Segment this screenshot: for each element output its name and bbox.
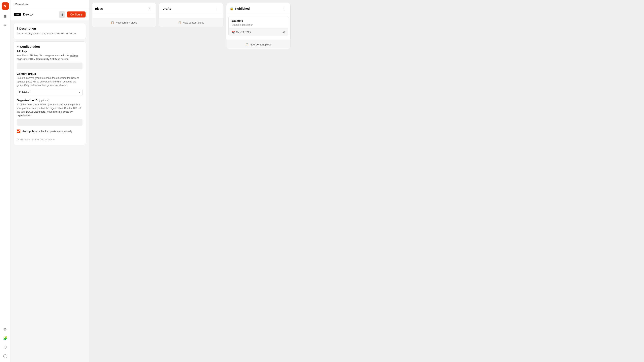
column-body-published: Example Example description 📅 May 24, 20… — [226, 14, 290, 40]
sidebar: ‹ Extensions DEV Dev.to 🗑 Configure ℹ De… — [10, 0, 89, 362]
hexagon-icon[interactable]: ⬡ — [2, 344, 9, 351]
column-drafts: Drafts ⋮ 📋 New content piece — [159, 3, 224, 27]
api-key-desc: Your Dev.to API key. You can generate on… — [17, 54, 82, 61]
info-icon: ℹ — [17, 26, 18, 30]
content-group-select[interactable]: Published Drafts Ideas — [17, 89, 82, 96]
column-menu-published[interactable]: ⋮ — [281, 6, 287, 11]
org-id-desc-after: , when — [46, 110, 53, 113]
lock-icon: 🔒 — [230, 7, 234, 10]
new-content-icon-drafts: 📋 — [178, 21, 181, 24]
config-section: API key Your Dev.to API key. You can gen… — [17, 50, 82, 142]
column-ideas: Ideas ⋮ 📋 New content piece — [92, 3, 156, 27]
column-title-drafts: Drafts — [162, 7, 171, 10]
api-key-field: API key Your Dev.to API key. You can gen… — [17, 50, 82, 69]
new-content-label-drafts: New content piece — [183, 21, 204, 24]
auto-publish-checkbox[interactable] — [17, 129, 20, 133]
column-body-drafts — [159, 14, 223, 18]
columns-container: Ideas ⋮ 📋 New content piece Drafts ⋮ 📋 N… — [89, 0, 644, 362]
pencil-nav-icon[interactable]: ✏ — [2, 22, 9, 29]
user-icon[interactable]: ◯ — [2, 352, 9, 360]
icon-bar: V ⊞ ✏ ⚙ 🧩 ⬡ ◯ — [0, 0, 10, 362]
content-card-title: Example — [232, 19, 285, 22]
column-body-ideas — [92, 14, 156, 18]
column-title-text-drafts: Drafts — [162, 7, 171, 10]
content-group-field: Content group Select a content group to … — [17, 72, 82, 96]
description-title-text: Description — [19, 27, 36, 30]
dev-badge: DEV — [14, 13, 21, 16]
extension-title-row: DEV Dev.to 🗑 Configure — [10, 9, 89, 20]
organization-id-input[interactable] — [17, 119, 82, 126]
grid-nav-icon[interactable]: ⊞ — [2, 13, 9, 20]
column-title-ideas: Ideas — [95, 7, 103, 10]
configuration-card: ≡ Configuration API key Your Dev.to API … — [13, 41, 86, 145]
eye-icon[interactable]: 👁 — [282, 30, 285, 34]
auto-publish-label-strong: Auto publish — [22, 130, 38, 133]
settings-icon[interactable]: ⚙ — [2, 326, 9, 333]
content-card: Example Example description 📅 May 24, 20… — [228, 16, 288, 36]
column-published: 🔒 Published ⋮ Example Example descriptio… — [226, 3, 290, 49]
api-key-label: API key — [17, 50, 82, 53]
content-card-desc: Example description — [232, 23, 285, 26]
org-id-optional: (optional) — [39, 99, 49, 102]
new-content-button-published[interactable]: 📋 New content piece — [226, 40, 290, 49]
column-header-drafts: Drafts ⋮ — [159, 3, 223, 14]
sidebar-back-header: ‹ Extensions — [10, 0, 89, 9]
content-group-desc: Select a content group to enable the ext… — [17, 76, 82, 87]
app-logo[interactable]: V — [2, 2, 9, 10]
configuration-card-title: ≡ Configuration — [17, 45, 82, 48]
content-group-desc-after: content groups are allowed. — [38, 84, 68, 87]
api-key-input[interactable] — [17, 62, 82, 69]
card-date-text: May 24, 2023 — [236, 31, 251, 34]
draft-row: Draft - whether the Dev.to article — [17, 138, 82, 142]
back-label: Extensions — [15, 3, 28, 6]
configure-button[interactable]: Configure — [67, 11, 86, 17]
draft-label-strong: Draft — [17, 138, 23, 141]
column-title-text-published: Published — [235, 7, 250, 10]
configuration-title-text: Configuration — [20, 45, 40, 48]
extension-title: Dev.to — [23, 13, 57, 16]
devto-dashboard-link[interactable]: Dev.to Dashboard — [26, 110, 46, 113]
chevron-left-icon: ‹ — [14, 3, 14, 6]
new-content-label-published: New content piece — [250, 43, 272, 46]
organization-id-label: Organization ID (optional) — [17, 99, 82, 102]
column-header-ideas: Ideas ⋮ — [92, 3, 156, 14]
puzzle-icon[interactable]: 🧩 — [2, 335, 9, 342]
api-key-desc-end: section — [60, 58, 68, 60]
calendar-icon: 📅 — [232, 31, 235, 34]
organization-id-field: Organization ID (optional) ID of the Dev… — [17, 99, 82, 126]
column-menu-drafts[interactable]: ⋮ — [214, 6, 220, 11]
card-date: 📅 May 24, 2023 — [232, 31, 251, 34]
org-id-label-text: Organization ID — [17, 99, 38, 102]
new-content-button-ideas[interactable]: 📋 New content piece — [92, 18, 156, 27]
new-content-label-ideas: New content piece — [116, 21, 137, 24]
auto-publish-label: Auto publish - Publish posts automatical… — [22, 129, 72, 133]
api-key-desc-strong: DEV Community API Keys — [30, 58, 60, 60]
new-content-icon-published: 📋 — [245, 43, 248, 46]
sliders-icon: ≡ — [17, 45, 18, 48]
back-button[interactable]: ‹ Extensions — [14, 3, 28, 6]
column-title-text-ideas: Ideas — [95, 7, 103, 10]
org-id-desc: ID of the Dev.to organization you are in… — [17, 103, 82, 117]
new-content-icon-ideas: 📋 — [111, 21, 114, 24]
draft-label-rest: - whether the Dev.to article — [23, 138, 54, 141]
auto-publish-row: Auto publish - Publish posts automatical… — [17, 129, 82, 133]
column-menu-ideas[interactable]: ⋮ — [147, 6, 153, 11]
column-header-published: 🔒 Published ⋮ — [226, 3, 290, 14]
main-content: Ideas ⋮ 📋 New content piece Drafts ⋮ 📋 N… — [89, 0, 644, 362]
new-content-button-drafts[interactable]: 📋 New content piece — [159, 18, 223, 27]
content-group-desc-strong: locked — [30, 84, 38, 87]
api-key-desc-plain: Your Dev.to API key. You can generate on… — [17, 54, 70, 57]
column-title-published: 🔒 Published — [230, 7, 250, 10]
api-key-desc-after: , under — [22, 58, 30, 60]
description-text: Automatically publish and update article… — [17, 31, 82, 35]
auto-publish-label-rest: - Publish posts automatically — [38, 130, 72, 133]
description-card-title: ℹ Description — [17, 26, 82, 30]
content-group-label: Content group — [17, 72, 82, 75]
description-card: ℹ Description Automatically publish and … — [13, 23, 86, 39]
sidebar-content: ℹ Description Automatically publish and … — [10, 20, 89, 148]
delete-button[interactable]: 🗑 — [59, 11, 65, 18]
content-group-select-wrapper: Published Drafts Ideas ▾ — [17, 89, 82, 96]
